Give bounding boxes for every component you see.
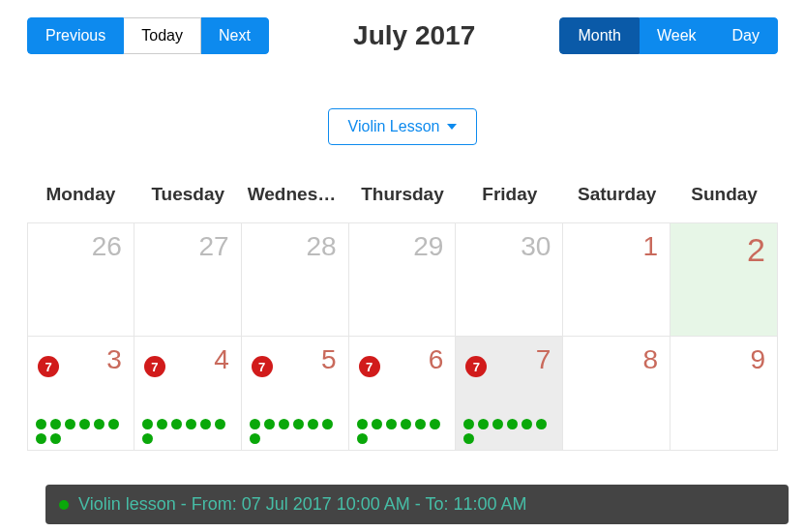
event-dot-icon	[50, 419, 61, 429]
event-dot-icon	[94, 419, 104, 429]
week-row: 262728293012	[27, 222, 778, 337]
event-tooltip-text: Violin lesson - From: 07 Jul 2017 10:00 …	[78, 494, 527, 515]
day-cell[interactable]: 30	[456, 222, 563, 337]
day-number: 7	[536, 344, 552, 375]
view-button-group: Month Week Day	[559, 17, 778, 54]
day-number: 3	[106, 344, 122, 375]
event-dot-icon	[463, 433, 474, 444]
event-dot-icon	[322, 419, 333, 429]
caret-down-icon	[447, 124, 457, 130]
view-day-button[interactable]: Day	[715, 17, 778, 54]
event-dot-icon	[142, 419, 153, 429]
week-row: 374757677789	[27, 337, 778, 451]
day-header-row: MondayTuesdayWednesd…ThursdayFridaySatur…	[27, 184, 778, 222]
day-number: 2	[747, 231, 765, 269]
event-dots	[357, 419, 448, 444]
day-cell[interactable]: 57	[242, 337, 349, 451]
day-header: Sunday	[671, 184, 778, 205]
day-number: 4	[214, 344, 229, 375]
nav-button-group: Previous Today Next	[27, 17, 269, 54]
next-button[interactable]: Next	[201, 17, 269, 54]
event-dot-icon	[65, 419, 75, 429]
day-number: 28	[306, 231, 336, 262]
event-count-badge: 7	[38, 356, 59, 377]
event-dot-icon	[507, 419, 518, 429]
day-cell[interactable]: 1	[563, 222, 671, 337]
day-cell[interactable]: 47	[134, 337, 242, 451]
event-dot-icon	[401, 419, 411, 429]
event-dot-icon	[79, 419, 90, 429]
day-cell[interactable]: 29	[349, 222, 457, 337]
day-header: Thursday	[349, 184, 457, 205]
event-dot-icon	[215, 419, 225, 429]
event-dot-icon	[59, 500, 69, 510]
event-tooltip: Violin lesson - From: 07 Jul 2017 10:00 …	[45, 485, 789, 524]
view-week-button[interactable]: Week	[640, 17, 715, 54]
event-dots	[36, 419, 126, 444]
day-number: 9	[750, 344, 765, 375]
day-cell[interactable]: 8	[563, 337, 671, 451]
event-dot-icon	[50, 433, 61, 444]
day-cell[interactable]: 67	[349, 337, 457, 451]
day-cell[interactable]: 77	[456, 337, 563, 451]
day-cell[interactable]: 27	[134, 222, 242, 337]
event-dot-icon	[36, 419, 46, 429]
day-number: 29	[413, 231, 443, 262]
lesson-type-dropdown[interactable]: Violin Lesson	[328, 108, 478, 145]
previous-button[interactable]: Previous	[27, 17, 124, 54]
calendar-toolbar: Previous Today Next July 2017 Month Week…	[0, 0, 805, 54]
day-cell[interactable]: 2	[671, 222, 778, 337]
event-dot-icon	[186, 419, 196, 429]
event-dot-icon	[250, 433, 260, 444]
event-dot-icon	[463, 419, 474, 429]
day-header: Tuesday	[134, 184, 242, 205]
event-dot-icon	[36, 433, 46, 444]
event-dot-icon	[142, 433, 153, 444]
day-header: Friday	[456, 184, 563, 205]
day-number: 6	[429, 344, 444, 375]
event-dot-icon	[293, 419, 304, 429]
day-number: 26	[92, 231, 122, 262]
event-dot-icon	[430, 419, 440, 429]
event-dot-icon	[386, 419, 397, 429]
event-dot-icon	[108, 419, 119, 429]
event-count-badge: 7	[465, 356, 487, 377]
event-dot-icon	[171, 419, 182, 429]
day-header: Wednesd…	[242, 184, 349, 205]
day-number: 8	[643, 344, 659, 375]
today-button[interactable]: Today	[124, 17, 201, 54]
event-dot-icon	[250, 419, 260, 429]
day-number: 1	[643, 231, 659, 262]
event-count-badge: 7	[359, 356, 380, 377]
event-dot-icon	[372, 419, 382, 429]
event-dot-icon	[522, 419, 532, 429]
event-dot-icon	[478, 419, 489, 429]
event-dot-icon	[415, 419, 426, 429]
event-dots	[142, 419, 233, 444]
event-dot-icon	[492, 419, 503, 429]
day-cell[interactable]: 28	[242, 222, 349, 337]
event-dot-icon	[536, 419, 547, 429]
day-header: Monday	[27, 184, 134, 205]
lesson-type-label: Violin Lesson	[348, 118, 440, 135]
event-dot-icon	[200, 419, 211, 429]
event-count-badge: 7	[252, 356, 273, 377]
view-month-button[interactable]: Month	[559, 17, 639, 54]
day-header: Saturday	[563, 184, 671, 205]
event-dot-icon	[157, 419, 167, 429]
event-dot-icon	[264, 419, 275, 429]
calendar-grid: MondayTuesdayWednesd…ThursdayFridaySatur…	[27, 184, 778, 451]
event-dot-icon	[357, 419, 368, 429]
day-cell[interactable]: 37	[27, 337, 134, 451]
day-number: 30	[521, 231, 551, 262]
day-number: 5	[321, 344, 337, 375]
event-dot-icon	[308, 419, 318, 429]
day-cell[interactable]: 9	[671, 337, 778, 451]
day-number: 27	[199, 231, 229, 262]
event-dots	[463, 419, 554, 444]
calendar-title: July 2017	[269, 20, 560, 51]
event-count-badge: 7	[144, 356, 165, 377]
event-dots	[250, 419, 341, 444]
day-cell[interactable]: 26	[27, 222, 134, 337]
event-dot-icon	[279, 419, 289, 429]
